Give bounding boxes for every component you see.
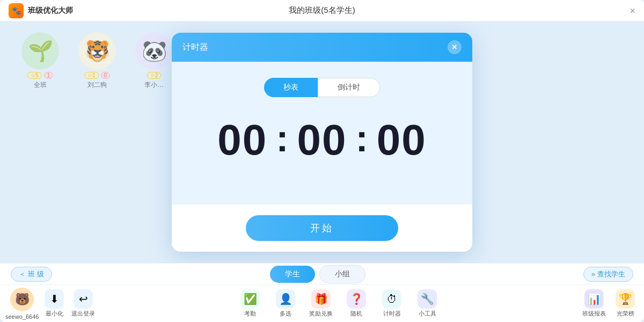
logout-label: 退出登录	[71, 310, 95, 318]
window-close-button[interactable]: ×	[630, 6, 635, 16]
timer-start-button[interactable]: 开始	[246, 215, 398, 241]
toolbar-center-group: ✅ 考勤 👤 多选 🎁 奖励兑换 ❓ 随机 ⏱ 计时器 🔧 小工具	[97, 289, 581, 318]
timer-modal: 计时器 × 秒表 倒计时 00 : 00 : 0	[172, 33, 472, 252]
timer-modal-header: 计时器 ×	[172, 33, 472, 62]
tab-student[interactable]: 学生	[270, 266, 315, 283]
attendance-icon: ✅	[240, 289, 260, 309]
toolbar-right-group: 📊 班级报表 🏆 光荣榜	[581, 289, 639, 318]
time-seconds: 00	[377, 119, 427, 162]
modal-overlay: 计时器 × 秒表 倒计时 00 : 00 : 0	[0, 21, 644, 263]
toolbar-random[interactable]: ❓ 随机	[343, 289, 370, 318]
timer-tab-row: 秒表 倒计时	[193, 78, 451, 97]
time-colon-2: :	[355, 120, 368, 157]
tab-stopwatch[interactable]: 秒表	[264, 78, 318, 97]
timer-display: 00 : 00 : 00	[193, 119, 451, 162]
attendance-label: 考勤	[244, 310, 256, 318]
user-avatar: 🐻	[10, 288, 34, 311]
toolbar-minimize[interactable]: ⬇ 最小化	[41, 289, 68, 318]
toolbar-report[interactable]: 📊 班级报表	[581, 289, 608, 318]
time-colon-1: :	[276, 120, 288, 157]
title-bar: 🐾 班级优化大师 我的班级(5名学生) ×	[0, 0, 644, 21]
toolbar-tools[interactable]: 🔧 小工具	[414, 289, 441, 318]
bottom-nav-bar: ＜ 班 级 学生 小组 » 查找学生	[0, 263, 644, 284]
timer-modal-footer: 开始	[172, 204, 472, 252]
toolbar-honor[interactable]: 🏆 光荣榜	[612, 289, 639, 318]
timer-modal-title: 计时器	[182, 42, 208, 53]
minimize-label: 最小化	[46, 310, 63, 318]
toolbar-reward[interactable]: 🎁 奖励兑换	[308, 289, 334, 318]
report-icon: 📊	[584, 289, 604, 309]
minimize-icon: ⬇	[45, 289, 64, 309]
tab-group[interactable]: 小组	[319, 265, 365, 283]
timer-icon: ⏱	[382, 289, 401, 309]
app-window: 🐾 班级优化大师 我的班级(5名学生) × 🌱 ☆5 1 全班	[0, 0, 644, 322]
random-icon: ❓	[347, 289, 366, 309]
multiselect-icon: 👤	[276, 289, 295, 309]
reward-icon: 🎁	[311, 289, 331, 309]
reward-label: 奖励兑换	[309, 310, 333, 318]
timer-modal-close-button[interactable]: ×	[448, 40, 462, 54]
find-label: 查找学生	[597, 269, 625, 279]
tab-countdown[interactable]: 倒计时	[318, 78, 380, 97]
find-chevron: »	[591, 270, 595, 278]
toolbar-logout[interactable]: ↩ 退出登录	[70, 289, 97, 318]
app-name: 班级优化大师	[28, 6, 73, 16]
honor-label: 光荣榜	[617, 310, 634, 318]
toolbar-timer[interactable]: ⏱ 计时器	[378, 289, 405, 318]
bottom-toolbar: 🐻 seewo_6646 ⬇ 最小化 ↩ 退出登录 ✅ 考勤 👤 多选	[0, 284, 644, 322]
timer-label: 计时器	[383, 310, 401, 318]
logout-icon: ↩	[74, 289, 93, 309]
segment-tabs: 学生 小组	[270, 265, 365, 283]
content-area: 🌱 ☆5 1 全班 🐯 ☆1 0 刘二狗	[0, 21, 644, 263]
time-minutes: 00	[297, 119, 347, 162]
toolbar-user: 🐻 seewo_6646	[5, 288, 39, 320]
user-name: seewo_6646	[5, 313, 39, 320]
toolbar-multiselect[interactable]: 👤 多选	[272, 289, 299, 318]
time-hours: 00	[217, 119, 267, 162]
multiselect-label: 多选	[280, 310, 291, 318]
title-bar-left: 🐾 班级优化大师	[9, 3, 73, 18]
class-chevron: ＜	[19, 269, 26, 279]
tools-label: 小工具	[419, 310, 436, 318]
toolbar-left-group: 🐻 seewo_6646 ⬇ 最小化 ↩ 退出登录	[5, 288, 97, 320]
random-label: 随机	[350, 310, 362, 318]
report-label: 班级报表	[582, 310, 606, 318]
timer-modal-body: 秒表 倒计时 00 : 00 : 00	[172, 62, 472, 204]
honor-icon: 🏆	[616, 289, 635, 309]
class-label: 班 级	[28, 269, 44, 279]
toolbar-attendance[interactable]: ✅ 考勤	[237, 289, 264, 318]
class-chip[interactable]: ＜ 班 级	[11, 267, 52, 282]
app-logo: 🐾	[9, 3, 24, 18]
page-title: 我的班级(5名学生)	[289, 5, 355, 16]
find-student-chip[interactable]: » 查找学生	[583, 267, 633, 282]
tools-icon: 🔧	[418, 289, 437, 309]
